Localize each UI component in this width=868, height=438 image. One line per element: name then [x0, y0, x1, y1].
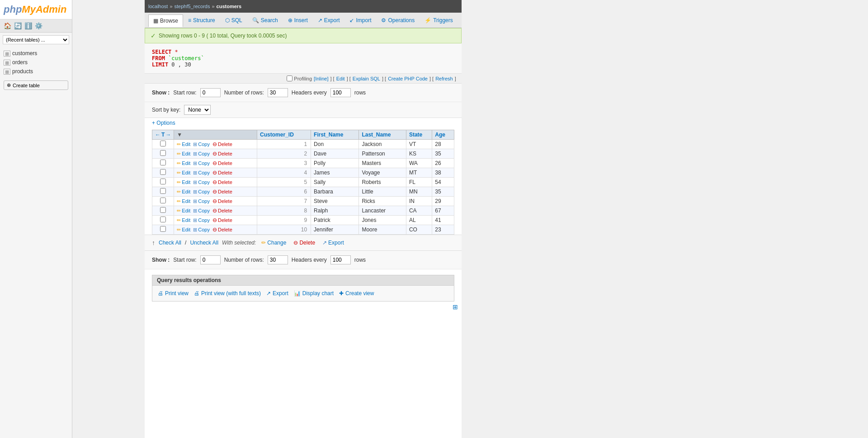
breadcrumb-database[interactable]: stephf5_records [175, 4, 210, 9]
bulk-change-button[interactable]: ✏ Change [259, 239, 288, 247]
print-view-link[interactable]: 🖨 Print view [158, 290, 189, 297]
sort-age-link[interactable]: Age [435, 132, 445, 138]
profiling-refresh-link[interactable]: Refresh [435, 76, 453, 81]
uncheck-all-link[interactable]: Uncheck All [190, 240, 218, 246]
copy-link-5[interactable]: ⊞ Copy [193, 179, 210, 185]
sort-last-name-link[interactable]: Last_Name [362, 132, 391, 138]
delete-link-10[interactable]: ⊖ Delete [212, 226, 232, 233]
nav-t-icon[interactable]: T [161, 132, 165, 138]
sort-customer-id-link[interactable]: Customer_ID [260, 132, 294, 138]
start-row-input[interactable] [200, 88, 221, 97]
delete-link-3[interactable]: ⊖ Delete [212, 160, 232, 166]
edit-label-9: Edit [182, 217, 190, 223]
check-all-link[interactable]: Check All [159, 240, 181, 246]
info-icon[interactable]: ℹ️ [24, 22, 32, 29]
export-results-link[interactable]: ↗ Export [266, 290, 288, 297]
copy-link-9[interactable]: ⊞ Copy [193, 217, 210, 223]
reload-icon[interactable]: 🔄 [14, 22, 22, 29]
headers-every-input[interactable] [330, 88, 351, 97]
edit-link-5[interactable]: ✏ Edit [177, 179, 190, 185]
row-checkbox-8[interactable] [160, 207, 166, 213]
num-rows-input[interactable] [268, 88, 288, 97]
tab-operations[interactable]: ⚙ Operations [376, 14, 420, 26]
copy-link-10[interactable]: ⊞ Copy [193, 227, 210, 233]
delete-link-9[interactable]: ⊖ Delete [212, 217, 232, 223]
create-view-link[interactable]: ✚ Create view [339, 290, 374, 297]
sidebar-item-customers[interactable]: ▦ customers [0, 49, 72, 58]
delete-link-2[interactable]: ⊖ Delete [212, 151, 232, 157]
row-checkbox-6[interactable] [160, 188, 166, 194]
copy-link-4[interactable]: ⊞ Copy [193, 170, 210, 176]
recent-tables-dropdown[interactable]: (Recent tables) ... [3, 35, 69, 44]
sort-state-link[interactable]: State [409, 132, 422, 138]
edit-link-2[interactable]: ✏ Edit [177, 151, 190, 157]
profiling-php-link[interactable]: Create PHP Code [388, 76, 428, 81]
delete-link-7[interactable]: ⊖ Delete [212, 198, 232, 204]
edit-link-7[interactable]: ✏ Edit [177, 198, 190, 204]
bulk-delete-button[interactable]: ⊖ Delete [292, 239, 317, 247]
copy-link-2[interactable]: ⊞ Copy [193, 151, 210, 157]
edit-link-8[interactable]: ✏ Edit [177, 208, 190, 214]
delete-link-4[interactable]: ⊖ Delete [212, 170, 232, 176]
row-checkbox-1[interactable] [160, 141, 166, 146]
profiling-explain-link[interactable]: Explain SQL [353, 76, 380, 81]
settings-icon[interactable]: ⚙️ [35, 22, 42, 29]
delete-link-1[interactable]: ⊖ Delete [212, 141, 232, 147]
edit-link-6[interactable]: ✏ Edit [177, 189, 190, 195]
copy-link-3[interactable]: ⊞ Copy [193, 160, 210, 166]
sort-triangle-icon[interactable]: ▼ [177, 132, 182, 138]
nav-right-icon[interactable]: → [165, 132, 171, 138]
breadcrumb-host[interactable]: localhost [148, 4, 168, 9]
copy-link-1[interactable]: ⊞ Copy [193, 141, 210, 147]
sidebar-table-orders[interactable]: orders [12, 59, 28, 66]
display-chart-link[interactable]: 📊 Display chart [294, 290, 334, 297]
tab-export[interactable]: ↗ Export [313, 14, 345, 26]
delete-link-8[interactable]: ⊖ Delete [212, 207, 232, 214]
profiling-checkbox-label[interactable]: Profiling [287, 75, 312, 81]
profiling-checkbox[interactable] [287, 75, 292, 81]
bulk-export-button[interactable]: ↗ Export [321, 239, 346, 247]
create-table-button[interactable]: ⊕ Create table [4, 80, 68, 90]
sort-key-select[interactable]: None [184, 105, 211, 115]
options-link[interactable]: + Options [152, 120, 175, 126]
tab-browse[interactable]: ▦ Browse [148, 14, 183, 27]
profiling-inline-link[interactable]: [Inline] [314, 76, 328, 81]
row-checkbox-2[interactable] [160, 150, 166, 156]
edit-link-4[interactable]: ✏ Edit [177, 170, 190, 176]
sidebar-table-customers[interactable]: customers [12, 50, 37, 57]
expand-icon[interactable]: ⊞ [453, 303, 458, 311]
tab-insert[interactable]: ⊕ Insert [283, 14, 313, 26]
tab-triggers[interactable]: ⚡ Triggers [420, 14, 458, 26]
row-checkbox-7[interactable] [160, 198, 166, 203]
profiling-edit-link[interactable]: Edit [336, 76, 345, 81]
start-row-input-bottom[interactable] [200, 255, 221, 264]
sidebar-item-products[interactable]: ▦ products [0, 67, 72, 76]
tab-structure[interactable]: ≡ Structure [183, 14, 220, 26]
copy-link-8[interactable]: ⊞ Copy [193, 208, 210, 214]
num-rows-input-bottom[interactable] [268, 255, 288, 264]
row-checkbox-9[interactable] [160, 217, 166, 222]
delete-link-5[interactable]: ⊖ Delete [212, 179, 232, 185]
row-checkbox-3[interactable] [160, 160, 166, 165]
tab-import[interactable]: ↙ Import [344, 14, 376, 26]
sidebar-item-orders[interactable]: ▦ orders [0, 58, 72, 67]
copy-link-6[interactable]: ⊞ Copy [193, 189, 210, 195]
sort-first-name-link[interactable]: First_Name [314, 132, 343, 138]
edit-link-1[interactable]: ✏ Edit [177, 141, 190, 147]
delete-link-6[interactable]: ⊖ Delete [212, 188, 232, 195]
edit-link-9[interactable]: ✏ Edit [177, 217, 190, 223]
nav-left-icon[interactable]: ← [155, 132, 160, 138]
headers-every-input-bottom[interactable] [330, 255, 351, 264]
tab-sql[interactable]: ⬡ SQL [220, 14, 247, 26]
recent-tables-select[interactable]: (Recent tables) ... [0, 33, 72, 47]
home-icon[interactable]: 🏠 [4, 22, 11, 29]
copy-link-7[interactable]: ⊞ Copy [193, 198, 210, 204]
print-view-full-link[interactable]: 🖨 Print view (with full texts) [194, 290, 261, 297]
edit-link-10[interactable]: ✏ Edit [177, 227, 190, 233]
sidebar-table-products[interactable]: products [12, 68, 33, 75]
row-checkbox-4[interactable] [160, 169, 166, 175]
row-checkbox-5[interactable] [160, 179, 166, 184]
tab-search[interactable]: 🔍 Search [247, 14, 283, 26]
edit-link-3[interactable]: ✏ Edit [177, 160, 190, 166]
row-checkbox-10[interactable] [160, 226, 166, 232]
